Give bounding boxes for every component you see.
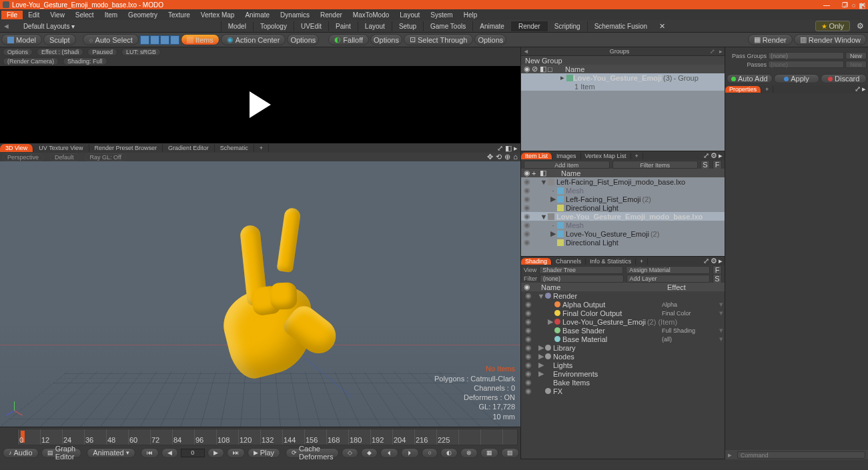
- item-row[interactable]: ◉▶Left-Facing_Fist_Emoji(2): [521, 195, 725, 203]
- key-1-button[interactable]: ◇: [342, 448, 358, 458]
- expand-icon[interactable]: ⤢: [843, 1, 849, 10]
- shading-dropdown[interactable]: Default: [50, 153, 79, 161]
- menu-maxtomodo[interactable]: MaxToModo: [348, 11, 394, 19]
- layout-tab-topology[interactable]: Topology: [253, 21, 294, 31]
- menu-animate[interactable]: Animate: [240, 11, 275, 19]
- shader-row[interactable]: ◉Base ShaderFull Shading▾: [521, 326, 725, 335]
- preview-paused[interactable]: Paused: [87, 48, 117, 56]
- menu-layout[interactable]: Layout: [394, 11, 425, 19]
- menu-render[interactable]: Render: [315, 11, 348, 19]
- panel-tab-images[interactable]: Images: [552, 153, 581, 159]
- menu-system[interactable]: System: [425, 11, 458, 19]
- properties-tab[interactable]: Properties: [725, 86, 761, 93]
- goto-start-button[interactable]: ⏮: [141, 448, 159, 458]
- key-7-button[interactable]: ⊗: [460, 448, 478, 458]
- shader-view-dropdown[interactable]: Shader Tree: [539, 266, 623, 274]
- items-button[interactable]: Items: [181, 34, 220, 45]
- groups-tree[interactable]: ▸ Love-You_Gesture_Emoji (3) - Group 1 I…: [521, 73, 725, 151]
- shader-row[interactable]: ◉▶Love-You_Gesture_Emoji (2) (Item): [521, 317, 725, 326]
- goto-end-button[interactable]: ⏭: [227, 448, 245, 458]
- raygl-toggle[interactable]: Ray GL: Off: [85, 153, 126, 161]
- panel-tab-item-list[interactable]: Item List: [521, 153, 552, 159]
- layout-tab-schematic-fusion[interactable]: Schematic Fusion: [587, 21, 654, 31]
- s-button-2[interactable]: S: [713, 274, 722, 283]
- layout-tab-animate[interactable]: Animate: [472, 21, 511, 31]
- poly-mode-icon[interactable]: [160, 35, 169, 45]
- audio-button[interactable]: ♪ Audio: [3, 448, 39, 458]
- key-3-button[interactable]: ⏴: [380, 448, 398, 458]
- render-camera[interactable]: (Render Camera): [3, 57, 59, 65]
- sculpt-button[interactable]: Sculpt: [43, 34, 76, 45]
- material-mode-icon[interactable]: [170, 35, 179, 45]
- command-field[interactable]: Command: [737, 451, 865, 459]
- auto-select-button[interactable]: ⟐Auto Select: [83, 34, 139, 45]
- view-tab-uv-texture-view[interactable]: UV Texture View: [33, 144, 89, 152]
- graph-editor-button[interactable]: ▤ Graph Editor: [41, 448, 82, 458]
- menu-geometry[interactable]: Geometry: [123, 11, 163, 19]
- falloff-button[interactable]: ◐Falloff: [328, 34, 369, 45]
- f-button-2[interactable]: F: [713, 265, 722, 275]
- shader-row[interactable]: ◉▶Lights: [521, 361, 725, 369]
- projection-dropdown[interactable]: Perspective: [3, 153, 43, 161]
- s-button[interactable]: S: [701, 160, 710, 169]
- render-button[interactable]: ▦Render: [748, 34, 793, 45]
- add-layer-dropdown[interactable]: Add Layer: [626, 275, 711, 283]
- discard-button[interactable]: Discard: [821, 74, 867, 83]
- key-2-button[interactable]: ◆: [361, 448, 378, 458]
- menu-select[interactable]: Select: [70, 11, 99, 19]
- step-fwd-button[interactable]: ▶: [207, 448, 224, 458]
- shader-filter-dropdown[interactable]: (none): [540, 275, 624, 283]
- menu-file[interactable]: File: [1, 11, 23, 19]
- layout-tab-paint[interactable]: Paint: [328, 21, 358, 31]
- options-1-button[interactable]: Options: [287, 34, 319, 45]
- f-button[interactable]: F: [713, 160, 722, 169]
- item-row[interactable]: ◉▼Love-You_Gesture_Emoji_modo_base.lxo: [521, 212, 725, 221]
- layout-tab-scripting[interactable]: Scripting: [547, 21, 587, 31]
- menu-view[interactable]: View: [45, 11, 70, 19]
- options-2-button[interactable]: Options: [370, 34, 402, 45]
- group-row[interactable]: ▸ Love-You_Gesture_Emoji (3) - Group: [521, 73, 725, 82]
- view-tab-schematic[interactable]: Schematic: [215, 144, 254, 152]
- filter-items-dropdown[interactable]: Filter Items: [612, 161, 699, 169]
- layout-tab-layout[interactable]: Layout: [358, 21, 392, 31]
- minimize-button[interactable]: —: [823, 1, 830, 9]
- options-3-button[interactable]: Options: [474, 34, 506, 45]
- 3d-viewport[interactable]: No Items Polygons : Catmull-Clark Channe…: [0, 161, 520, 427]
- menu-item[interactable]: Item: [99, 11, 123, 19]
- new-pass-button[interactable]: New: [845, 61, 867, 68]
- play-icon[interactable]: [250, 91, 271, 118]
- circle-icon[interactable]: ○: [851, 1, 856, 10]
- arrow-left-icon[interactable]: ◄: [0, 22, 13, 30]
- close-preview-icon[interactable]: ◧: [859, 1, 865, 10]
- add-item-dropdown[interactable]: Add Item: [524, 161, 610, 169]
- shader-tree[interactable]: ◉▼Render◉Alpha OutputAlpha▾◉Final Color …: [521, 291, 725, 459]
- item-row[interactable]: ◉▶Love-You_Gesture_Emoji(2): [521, 229, 725, 238]
- move-icon[interactable]: ✥: [487, 153, 493, 161]
- view-tab-render-preset-browser[interactable]: Render Preset Browser: [89, 144, 163, 152]
- animated-dropdown[interactable]: Animated ▾: [87, 448, 135, 458]
- component-modes[interactable]: [140, 35, 179, 45]
- fit-icon[interactable]: ⌂: [513, 153, 518, 161]
- apply-button[interactable]: Apply: [774, 74, 820, 83]
- panel-tab-channels[interactable]: Channels: [552, 258, 586, 265]
- action-center-button[interactable]: ◉Action Center: [221, 34, 286, 45]
- zoom-icon[interactable]: ⊕: [504, 153, 510, 161]
- shader-row[interactable]: ◉Bake Items: [521, 378, 725, 387]
- shader-row[interactable]: ◉▶Environments: [521, 369, 725, 378]
- assign-material-button[interactable]: Assign Material: [626, 266, 710, 274]
- expand-panel-icon[interactable]: ⤢: [708, 48, 717, 55]
- key-6-button[interactable]: ◐: [440, 448, 458, 458]
- shader-row[interactable]: ◉Final Color OutputFinal Color▾: [521, 309, 725, 317]
- menu-dynamics[interactable]: Dynamics: [275, 11, 315, 19]
- panel-tab-info---statistics[interactable]: Info & Statistics: [586, 258, 636, 265]
- item-row[interactable]: ◉·Mesh: [521, 221, 725, 229]
- select-through-button[interactable]: ⊡Select Through: [404, 34, 473, 45]
- shader-row[interactable]: ◉Base Material(all)▾: [521, 335, 725, 343]
- play-button[interactable]: ▶ Play: [248, 448, 280, 458]
- view-tab-gradient-editor[interactable]: Gradient Editor: [163, 144, 215, 152]
- menu-texture[interactable]: Texture: [163, 11, 195, 19]
- new-pass-group-button[interactable]: New: [845, 52, 867, 59]
- menu-edit[interactable]: Edit: [23, 11, 45, 19]
- group-sub-row[interactable]: 1 Item: [521, 82, 725, 91]
- shader-row[interactable]: ◉▶Nodes: [521, 352, 725, 361]
